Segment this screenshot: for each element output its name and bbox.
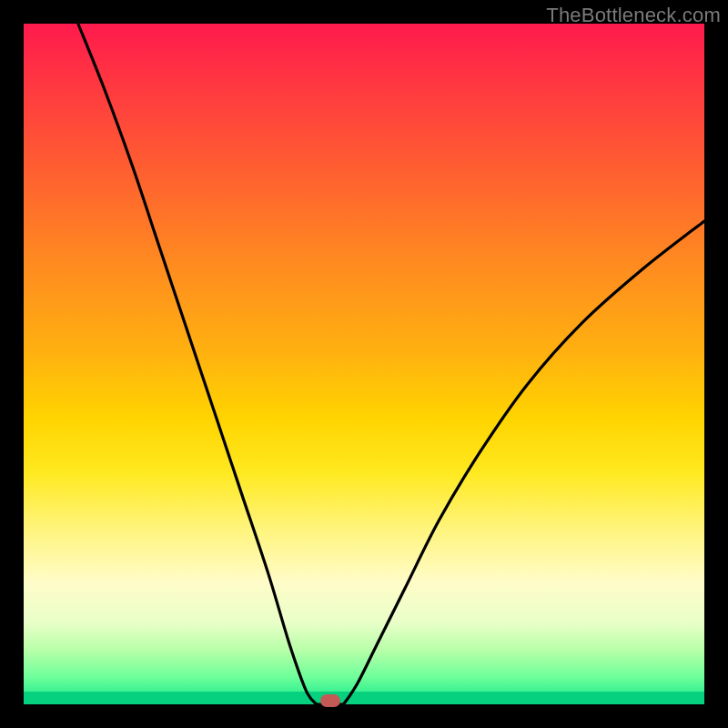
watermark-text: TheBottleneck.com xyxy=(546,4,721,27)
curve-right xyxy=(344,221,704,704)
curve-left xyxy=(78,24,317,704)
plot-area xyxy=(24,24,704,704)
curve-layer xyxy=(24,24,704,704)
minimum-marker xyxy=(320,694,340,707)
chart-frame: TheBottleneck.com xyxy=(0,0,728,728)
